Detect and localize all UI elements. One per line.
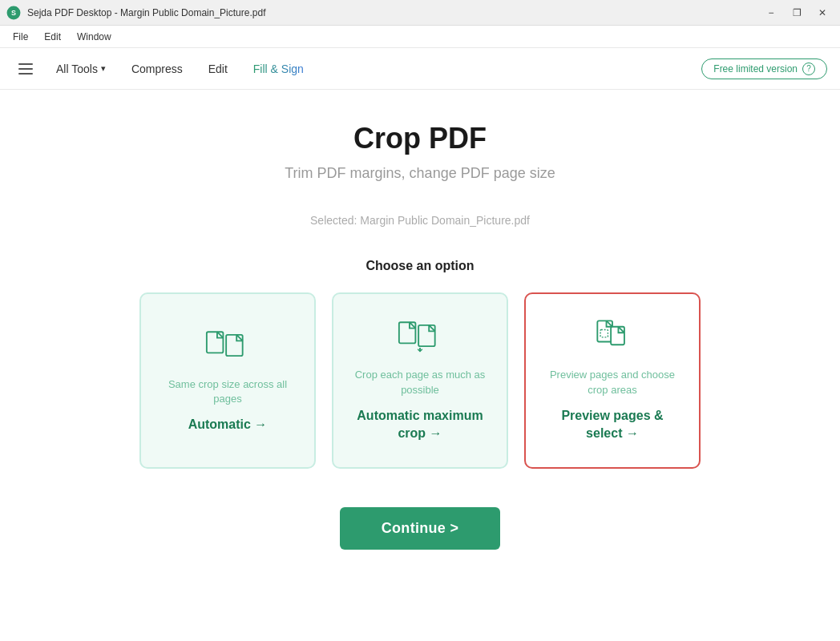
hamburger-line-3 [18, 73, 33, 75]
hamburger-icon [18, 63, 33, 75]
title-bar-controls: − ❐ ✕ [760, 5, 834, 21]
options-row: Same crop size across all pages Automati… [139, 292, 701, 469]
automatic-action: Automatic → [188, 416, 268, 433]
preview-select-action: Preview pages & select → [542, 407, 683, 443]
page-title: Crop PDF [353, 122, 487, 155]
auto-max-desc: Crop each page as much as possible [349, 368, 491, 397]
option-card-automatic[interactable]: Same crop size across all pages Automati… [139, 292, 316, 469]
app-logo: S [6, 6, 21, 20]
auto-max-icon [398, 318, 442, 358]
hamburger-line-2 [18, 68, 33, 70]
main-content: Crop PDF Trim PDF margins, change PDF pa… [0, 90, 840, 641]
svg-rect-8 [611, 327, 624, 345]
svg-rect-9 [600, 330, 608, 337]
selected-file-label: Selected: Margin Public Domain_Picture.p… [310, 214, 530, 227]
option-card-auto-max[interactable]: Crop each page as much as possible Autom… [332, 292, 508, 469]
toolbar: All Tools ▾ Compress Edit Fill & Sign Fr… [0, 48, 840, 90]
menu-item-edit[interactable]: Edit [38, 28, 67, 46]
fill-sign-label: Fill & Sign [253, 62, 304, 75]
auto-max-action: Automatic maximum crop → [349, 407, 491, 443]
svg-text:S: S [11, 8, 16, 16]
title-bar-left: S Sejda PDF Desktop - Margin Public Doma… [6, 6, 265, 20]
menu-item-window[interactable]: Window [71, 28, 118, 46]
info-icon: ? [802, 62, 815, 75]
hamburger-line-1 [18, 63, 33, 65]
compress-button[interactable]: Compress [120, 58, 194, 80]
preview-select-desc: Preview pages and choose crop areas [542, 368, 683, 397]
close-button[interactable]: ✕ [811, 5, 834, 21]
fill-sign-button[interactable]: Fill & Sign [242, 58, 315, 80]
option-card-preview-select[interactable]: Preview pages and choose crop areas Prev… [524, 292, 701, 469]
menu-bar: File Edit Window [0, 26, 840, 48]
restore-button[interactable]: ❐ [785, 5, 808, 21]
all-tools-chevron-icon: ▾ [101, 63, 106, 74]
automatic-desc: Same crop size across all pages [157, 377, 298, 406]
page-subtitle: Trim PDF margins, change PDF page size [285, 165, 555, 182]
toolbar-nav: All Tools ▾ Compress Edit Fill & Sign [45, 58, 701, 80]
choose-option-label: Choose an option [365, 259, 474, 273]
title-bar: S Sejda PDF Desktop - Margin Public Doma… [0, 0, 840, 26]
minimize-button[interactable]: − [760, 5, 782, 21]
hamburger-menu-button[interactable] [13, 56, 38, 82]
edit-button[interactable]: Edit [197, 58, 239, 80]
window-title: Sejda PDF Desktop - Margin Public Domain… [27, 7, 265, 18]
free-version-badge[interactable]: Free limited version ? [701, 58, 827, 79]
all-tools-button[interactable]: All Tools ▾ [45, 58, 117, 80]
continue-button[interactable]: Continue > [340, 507, 501, 550]
preview-select-icon [590, 318, 635, 358]
all-tools-label: All Tools [56, 62, 98, 75]
automatic-icon [205, 328, 250, 368]
menu-item-file[interactable]: File [6, 28, 34, 46]
free-version-label: Free limited version [713, 63, 798, 75]
